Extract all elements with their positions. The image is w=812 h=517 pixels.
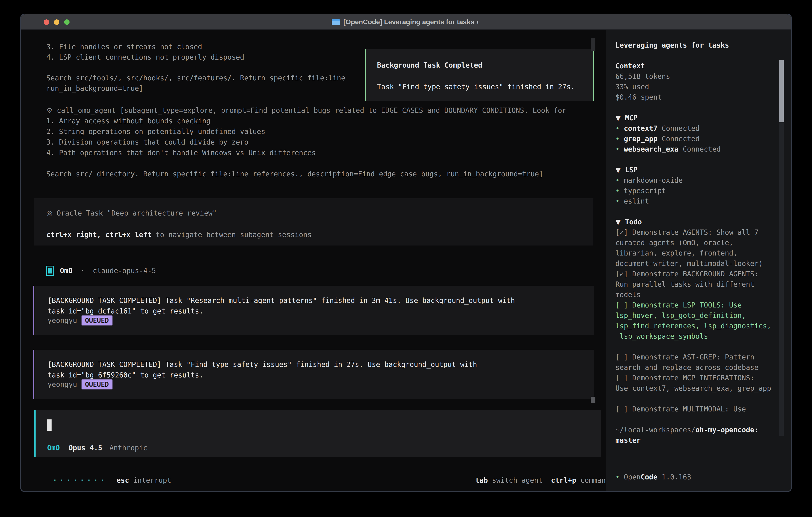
bullet-icon: • (615, 176, 619, 184)
input-footer: OmO Opus 4.5 Anthropic (47, 443, 147, 453)
log-line: 3. File handles or streams not closed (46, 42, 202, 52)
oracle-hint-line: ctrl+x right, ctrl+x left to navigate be… (46, 229, 312, 240)
status-badge: QUEUED (82, 316, 113, 325)
bullet-icon: • (615, 145, 619, 153)
dot-separator-icon: · (81, 266, 85, 276)
bullet-icon: • (615, 473, 619, 481)
todo-line-done: [✓] Demonstrate BACKGROUND AGENTS: (615, 269, 758, 279)
todo-line-pending: Use context7, websearch_exa, grep_app (615, 383, 771, 393)
todo-heading-label: Todo (621, 218, 642, 226)
background-task-notification[interactable]: Background Task Completed Task "Find typ… (365, 49, 594, 101)
traffic-lights (21, 15, 69, 30)
bullet-icon: • (615, 124, 619, 132)
agent-name: OmO (60, 266, 72, 276)
spinner-dots-icon: ········ (53, 476, 107, 484)
context-heading: Context (615, 61, 645, 71)
collapse-triangle-icon: ▼ (615, 114, 621, 122)
version-line: • OpenCode 1.0.163 (615, 472, 691, 482)
terminal-scrollbar-thumb[interactable] (590, 38, 596, 51)
mcp-item: • grep_app Connected (615, 134, 699, 144)
agent-model: claude-opus-4-5 (93, 266, 156, 276)
task-line2: task_id="bg_6f59260c" to get results. (48, 370, 203, 380)
lsp-heading-label: LSP (621, 166, 638, 174)
oracle-task-panel: ◎ Oracle Task "Deep architecture review"… (34, 198, 593, 245)
task-user: yeongyu (48, 315, 77, 326)
tool-call-item: 4. Path operations that don't handle Win… (46, 147, 316, 158)
todo-line-pending: [ ] Demonstrate MULTIMODAL: Use (615, 404, 746, 414)
sidebar-scrollbar-thumb[interactable] (779, 60, 784, 123)
todo-section-heading[interactable]: ▼ Todo (615, 217, 642, 227)
hint-rest: to navigate between subagent sessions (152, 231, 312, 239)
mcp-item: • websearch_exa Connected (615, 144, 721, 154)
lsp-section-heading[interactable]: ▼ LSP (615, 165, 638, 175)
version-number: 1.0.163 (658, 473, 691, 481)
prompt-input[interactable]: OmO Opus 4.5 Anthropic (34, 410, 601, 457)
log-line: run_in_background=true] (46, 83, 143, 94)
task-user: yeongyu (48, 379, 77, 390)
notification-body: Task "Find type safety issues" finished … (377, 82, 575, 92)
version-bold: Code (641, 473, 657, 481)
workspace-path: ~/local-workspaces/ (615, 426, 695, 434)
bullet-icon: • (615, 135, 619, 143)
key-ctrl-p: ctrl+p (551, 476, 576, 484)
input-model: Opus 4.5 (68, 443, 102, 453)
statusbar-right: tab switch agent ctrl+p commands (458, 465, 614, 475)
lsp-item: • typescript (615, 186, 666, 196)
log-line: Search src/tools/, src/hooks/, src/featu… (46, 73, 345, 83)
task-line1: [BACKGROUND TASK COMPLETED] Task "Resear… (48, 295, 515, 306)
todo-line-done: [✓] Demonstrate AGENTS: Show all 7 (615, 227, 758, 238)
lsp-item: • markdown-oxide (615, 175, 683, 186)
todo-line-active: lsp_find_references, lsp_diagnostics, (615, 321, 771, 331)
todo-line-done: librarian, explore, frontend, (615, 248, 737, 258)
mcp-name: websearch_exa (624, 145, 678, 153)
bullet-icon: • (615, 187, 619, 195)
task-line2: task_id="bg_dcfac161" to get results. (48, 306, 203, 316)
tool-call-text: call_omo_agent [subagent_type=explore, p… (57, 106, 566, 114)
minimize-button[interactable] (54, 19, 59, 25)
todo-line-done: Run parallel tasks with different (615, 279, 754, 290)
lsp-name: eslint (624, 197, 649, 205)
tool-call-footer: Search src/ directory. Return specific f… (46, 169, 543, 179)
collapse-triangle-icon: ▼ (615, 166, 621, 174)
tool-call-line: ⚙ call_omo_agent [subagent_type=explore,… (46, 105, 566, 116)
task-result-block: [BACKGROUND TASK COMPLETED] Task "Find t… (33, 350, 594, 399)
opencode-window: [OpenCode] Leveraging agents for tasks ◐… (20, 13, 792, 492)
label-interrupt: interrupt (129, 476, 171, 484)
version-prefix: Open (624, 473, 641, 481)
key-tab: tab (475, 476, 488, 484)
status-badge: QUEUED (82, 379, 113, 389)
todo-line-done: models (615, 290, 641, 300)
todo-line-active: lsp_workspace_symbols (615, 331, 708, 342)
omo-agent-icon (46, 266, 54, 276)
todo-line-done: document-writer, multimodal-looker) (615, 258, 763, 269)
todo-line-active: lsp_hover, lsp_goto_definition, (615, 310, 746, 321)
oracle-title: Oracle Task "Deep architecture review" (53, 209, 217, 217)
mcp-name: grep_app (624, 135, 658, 143)
notification-title: Background Task Completed (377, 60, 482, 71)
log-line: 4. LSP client connections not properly d… (46, 52, 244, 62)
lsp-name: markdown-oxide (624, 176, 683, 184)
context-tokens: 66,518 tokens (615, 71, 670, 82)
terminal-scrollbar-mark[interactable] (590, 397, 596, 403)
todo-line-done: curated agents (OmO, oracle, (615, 238, 733, 248)
todo-line-pending: search and replace across codebase (615, 362, 758, 373)
folder-icon (332, 19, 340, 25)
oracle-title-line: ◎ Oracle Task "Deep architecture review" (46, 208, 216, 218)
gear-icon: ⚙ (46, 106, 53, 114)
mcp-name: context7 (624, 124, 658, 132)
text-cursor (47, 419, 52, 431)
input-agent: OmO (47, 443, 60, 453)
mcp-section-heading[interactable]: ▼ MCP (615, 113, 638, 123)
key-esc: esc (116, 476, 129, 484)
agent-header: OmO · claude-opus-4-5 (46, 265, 156, 276)
hint-keys: ctrl+x right, ctrl+x left (46, 231, 152, 239)
close-button[interactable] (44, 19, 49, 25)
oracle-icon: ◎ (46, 209, 53, 217)
task-result-block: [BACKGROUND TASK COMPLETED] Task "Resear… (33, 286, 594, 335)
zoom-button[interactable] (64, 19, 69, 25)
sidebar-scrollbar-track[interactable] (779, 122, 784, 436)
lsp-name: typescript (624, 187, 666, 195)
task-meta-row: yeongyu QUEUED (48, 379, 113, 390)
task-line1: [BACKGROUND TASK COMPLETED] Task "Find t… (48, 359, 477, 370)
context-used: 33% used (615, 82, 649, 92)
